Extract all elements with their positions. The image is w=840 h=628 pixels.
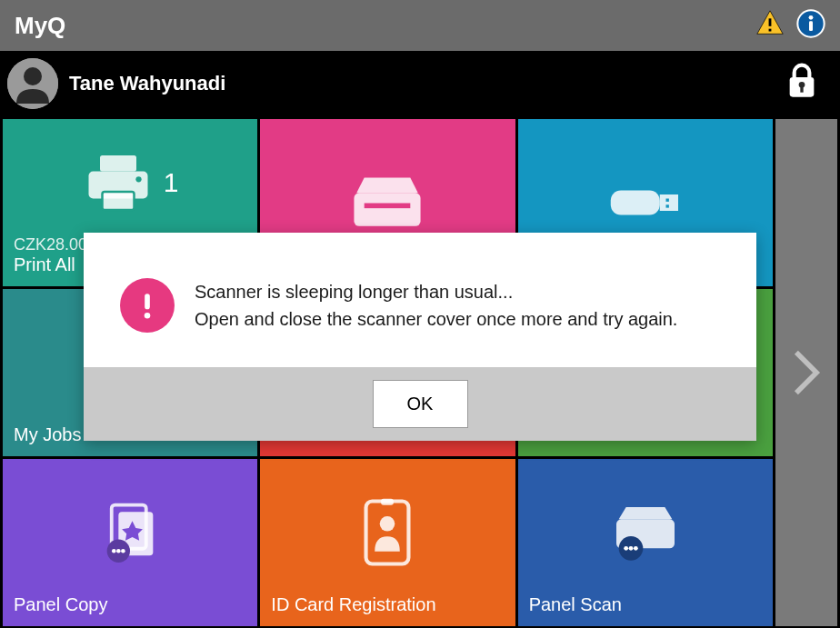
svg-rect-10	[100, 155, 136, 172]
print-count: 1	[164, 167, 179, 198]
svg-rect-15	[365, 203, 411, 208]
svg-rect-1	[769, 29, 772, 32]
svg-point-13	[135, 176, 141, 182]
svg-rect-19	[665, 204, 668, 207]
dialog-body: Scanner is sleeping longer than usual...…	[84, 233, 756, 367]
dialog-line1: Scanner is sleeping longer than usual...	[195, 278, 677, 305]
svg-rect-4	[809, 21, 813, 31]
svg-point-33	[634, 545, 638, 550]
svg-rect-27	[382, 498, 395, 504]
lock-icon[interactable]	[784, 62, 833, 105]
svg-point-35	[145, 313, 151, 319]
user-bar: Tane Wahyunadi	[0, 51, 840, 116]
copy-icon	[14, 470, 246, 594]
svg-rect-16	[611, 191, 660, 215]
svg-point-23	[112, 548, 116, 553]
svg-point-3	[809, 15, 814, 20]
dialog-line2: Open and close the scanner cover once mo…	[195, 305, 677, 333]
dialog-text: Scanner is sleeping longer than usual...…	[195, 278, 677, 333]
svg-rect-26	[366, 501, 409, 563]
user-name: Tane Wahyunadi	[69, 72, 225, 95]
svg-point-25	[121, 548, 125, 553]
tile-id-card[interactable]: ID Card Registration	[260, 459, 515, 626]
next-page-arrow[interactable]	[775, 119, 837, 626]
svg-point-6	[24, 67, 42, 85]
tile-label: Panel Copy	[14, 594, 246, 615]
warning-icon[interactable]	[755, 8, 785, 43]
alert-icon	[120, 278, 175, 333]
tile-panel-scan[interactable]: Panel Scan	[518, 459, 773, 626]
tile-panel-copy[interactable]: Panel Copy	[3, 459, 257, 626]
alert-dialog: Scanner is sleeping longer than usual...…	[84, 233, 756, 441]
svg-point-31	[624, 545, 628, 550]
svg-rect-14	[355, 193, 421, 226]
scan-icon	[529, 470, 762, 594]
app-title: MyQ	[15, 12, 65, 40]
svg-rect-34	[145, 294, 150, 309]
title-bar-right	[755, 8, 825, 43]
svg-point-32	[628, 545, 633, 550]
svg-rect-17	[660, 194, 678, 211]
svg-point-24	[116, 548, 121, 553]
ok-button[interactable]: OK	[373, 380, 468, 428]
svg-rect-9	[800, 86, 803, 93]
svg-rect-0	[769, 18, 772, 26]
title-bar: MyQ	[0, 0, 840, 51]
id-card-icon	[271, 470, 504, 594]
tile-label: ID Card Registration	[271, 594, 504, 615]
tile-label: Panel Scan	[529, 594, 762, 615]
svg-rect-18	[665, 199, 668, 202]
avatar[interactable]	[7, 58, 58, 109]
dialog-footer: OK	[84, 367, 756, 441]
user-left: Tane Wahyunadi	[7, 58, 225, 109]
svg-rect-12	[102, 192, 134, 210]
info-icon[interactable]	[796, 9, 825, 42]
printer-icon: 1	[14, 130, 246, 235]
svg-point-28	[380, 516, 395, 532]
